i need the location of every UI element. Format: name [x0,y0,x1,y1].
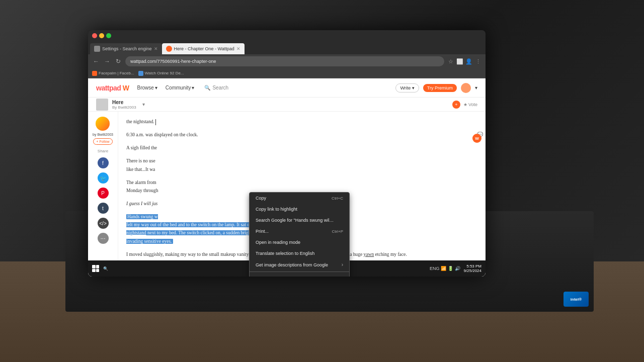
context-menu: Copy Ctrl+C Copy link to highlight Searc… [249,192,350,277]
nav-community[interactable]: Community ▾ [166,85,195,90]
pinterest-share-button[interactable]: P [98,188,109,199]
author-avatar [96,117,110,131]
wattpad-avatar-letter: W [475,136,479,141]
context-print[interactable]: Print... Ctrl+P [250,226,349,237]
website-content: wattpad W Browse ▾ Community ▾ 🔍 Search … [88,78,486,277]
context-translate[interactable]: Translate selection to English [250,248,349,259]
wattpad-tab[interactable]: Here - Chapter One - Wattpad ✕ [162,43,245,54]
taskbar-left: 🔍 [92,265,108,272]
win-logo-q1 [92,265,96,268]
wattpad-navbar: wattpad W Browse ▾ Community ▾ 🔍 Search … [88,78,486,98]
nav-right: Write ▾ Try Premium ▾ [395,83,477,93]
bookmark-2-label: Watch Online 92 De... [145,71,184,75]
taskbar-volume-icon: 🔊 [455,266,460,271]
url-input[interactable]: wattpad.com/775060991-here-chapter-one [125,56,444,66]
highlighted-selection: Hands swung wfelt my way out of the bed … [126,214,261,243]
reload-button[interactable]: ↻ [114,57,122,65]
address-bar: ← → ↻ wattpad.com/775060991-here-chapter… [88,54,486,68]
wattpad-logo: wattpad W [96,84,129,92]
window-minimize-btn[interactable] [99,33,104,38]
text-cursor [155,119,156,125]
try-premium-button[interactable]: Try Premium [423,84,457,92]
settings-tab[interactable]: Settings - Search engine ✕ [90,43,162,54]
context-copy[interactable]: Copy Ctrl+C [250,193,349,204]
underline-yawn: yawn [364,252,374,257]
context-get-image[interactable]: Get image descriptions from Google › [250,259,349,270]
search-icon: 🔍 [204,85,210,90]
write-button[interactable]: Write ▾ [395,83,419,93]
wattpad-tab-label: Here - Chapter One - Wattpad [174,46,234,51]
settings-tab-favicon [94,46,100,52]
author-section: by Bwilli2003 + Follow [93,117,113,145]
laptop-screen: Settings - Search engine ✕ Here - Chapte… [88,30,486,277]
bookmark-2-favicon [138,71,143,76]
screenshot-icon[interactable]: ⬜ [456,58,463,65]
user-avatar[interactable] [461,83,471,93]
author-name: by Bwilli2003 [93,133,113,136]
tabs-bar: Settings - Search engine ✕ Here - Chapte… [88,41,486,54]
context-reading-mode[interactable]: Open in reading mode [250,237,349,248]
profile-icon[interactable]: 👤 [465,58,472,65]
back-button[interactable]: ← [92,57,100,65]
search-area[interactable]: 🔍 Search [204,85,228,90]
chapter-info: Here By Bwilli2003 [112,100,136,110]
story-para-3: A sigh filled the [126,144,454,152]
taskbar-system-icons: ENG 📶 🔋 🔊 [430,266,461,271]
windows-start-button[interactable] [92,265,99,272]
bookmark-1[interactable]: Facepalm | Faceb... [92,71,134,76]
share-label: Share [98,149,108,153]
nav-browse[interactable]: Browse ▾ [137,85,157,90]
context-search-google[interactable]: Search Google for "Hands swung wildly in… [250,215,349,226]
taskbar-right: ENG 📶 🔋 🔊 5:53 PM 9/25/2024 [430,264,481,273]
print-shortcut: Ctrl+P [332,229,343,234]
taskbar-clock: 5:53 PM 9/25/2024 [463,264,481,273]
chapter-header-right: + ★ Vote [452,101,477,109]
vote-button[interactable]: ★ Vote [463,102,477,107]
toolbar-icons: ☆ ⬜ 👤 ⋮ [447,58,481,65]
sidebar-left: by Bwilli2003 + Follow Share f 🐦 P t </>… [88,112,118,277]
taskbar-time-value: 5:53 PM [463,264,481,268]
chapter-header: Here By Bwilli2003 ▾ + ★ Vote [88,98,486,112]
taskbar-wifi-icon: 📶 [441,266,446,271]
chapter-expand-icon[interactable]: ▾ [142,102,145,107]
wattpad-avatar-right: W [472,134,481,143]
menu-icon[interactable]: ⋮ [474,58,481,65]
tumblr-share-button[interactable]: t [98,203,109,214]
more-share-button[interactable]: ··· [98,233,109,244]
chapter-title: Here [112,100,136,105]
story-para-4: There is no use like that...It wa [126,157,454,173]
wattpad-logo-w: W [123,84,129,92]
chapter-thumbnail [96,99,108,111]
follow-plus-icon: + [96,140,98,143]
taskbar-search-icon[interactable]: 🔍 [103,266,108,271]
win-logo-q4 [96,269,100,273]
forward-button[interactable]: → [103,57,111,65]
embed-share-button[interactable]: </> [98,218,109,229]
settings-tab-label: Settings - Search engine [102,46,152,51]
context-copy-link[interactable]: Copy link to highlight [250,204,349,215]
title-bar [88,30,486,41]
win-logo-q2 [96,265,100,268]
wattpad-tab-favicon [166,46,172,52]
context-menu-separator [250,272,349,272]
settings-tab-close[interactable]: ✕ [154,46,158,51]
context-inspect[interactable]: Inspect [250,273,349,277]
chapter-author: By Bwilli2003 [112,105,136,110]
window-maximize-btn[interactable] [106,33,111,38]
facebook-share-button[interactable]: f [98,157,109,168]
reading-content: the nightstand. 6:30 a.m. was displayed … [118,112,474,277]
follow-button[interactable]: + Follow [93,138,112,145]
vote-label: Vote [468,102,477,107]
intel-badge: intel® [564,292,589,307]
star-icon: ★ [463,102,467,107]
window-close-btn[interactable] [92,33,97,38]
bookmark-icon[interactable]: ☆ [447,58,454,65]
wattpad-tab-close[interactable]: ✕ [236,46,240,51]
bookmark-2[interactable]: Watch Online 92 De... [138,71,184,76]
add-chapter-btn[interactable]: + [452,101,460,109]
browser-chrome: Settings - Search engine ✕ Here - Chapte… [88,30,486,78]
bookmarks-bar: Facepalm | Faceb... Watch Online 92 De..… [88,68,486,78]
twitter-share-button[interactable]: 🐦 [98,172,109,184]
nav-more[interactable]: ▾ [475,85,477,90]
underline-nightstand: nightstand [126,230,146,235]
